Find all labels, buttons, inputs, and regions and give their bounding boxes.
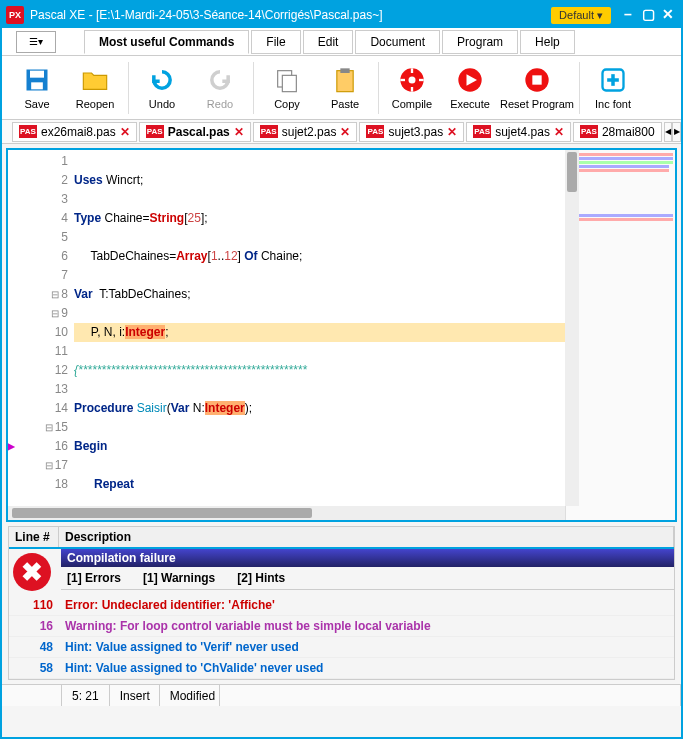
file-tab[interactable]: PASsujet4.pas✕ xyxy=(466,122,571,142)
close-button[interactable]: ✕ xyxy=(659,6,677,24)
pascal-file-icon: PAS xyxy=(19,125,37,138)
status-modified: Modified xyxy=(160,685,220,706)
paste-icon xyxy=(331,66,359,94)
folder-icon xyxy=(81,66,109,94)
editor-vscrollbar[interactable] xyxy=(565,150,579,506)
ribbon-tab-document[interactable]: Document xyxy=(355,30,440,54)
error-row[interactable]: 48Hint: Value assigned to 'Verif' never … xyxy=(9,637,674,658)
copy-button[interactable]: Copy xyxy=(258,66,316,110)
error-summary: [1] Errors[1] Warnings[2] Hints xyxy=(61,567,674,590)
file-tab[interactable]: PASPascal.pas✕ xyxy=(139,122,251,142)
undo-button[interactable]: Undo xyxy=(133,66,191,110)
app-menu-button[interactable]: ☰▾ xyxy=(16,31,56,53)
pascal-file-icon: PAS xyxy=(580,125,598,138)
error-row[interactable]: 58Hint: Value assigned to 'ChValide' nev… xyxy=(9,658,674,679)
status-cursor-pos: 5: 21 xyxy=(62,685,110,706)
close-tab-icon[interactable]: ✕ xyxy=(554,125,564,139)
reset-button[interactable]: Reset Program xyxy=(499,66,575,110)
editor-hscrollbar[interactable] xyxy=(8,506,565,520)
floppy-icon xyxy=(23,66,51,94)
svg-rect-2 xyxy=(31,82,43,89)
code-text[interactable]: Uses Wincrt; Type Chaine=String[25]; Tab… xyxy=(74,150,565,520)
compilation-failure-banner: Compilation failure xyxy=(61,549,674,567)
error-row[interactable]: 110Error: Undeclared identifier: 'Affich… xyxy=(9,595,674,616)
window-title: Pascal XE - [E:\1-Mardi-24-05\3-Séance-1… xyxy=(30,8,551,22)
minimize-button[interactable]: – xyxy=(619,6,637,24)
svg-rect-6 xyxy=(340,68,349,73)
execute-button[interactable]: Execute xyxy=(441,66,499,110)
pascal-file-icon: PAS xyxy=(366,125,384,138)
gear-icon xyxy=(398,66,426,94)
file-tab[interactable]: PAS28mai800 xyxy=(573,122,662,142)
compile-button[interactable]: Compile xyxy=(383,66,441,110)
ribbon-tab-file[interactable]: File xyxy=(251,30,300,54)
play-icon xyxy=(456,66,484,94)
error-row[interactable]: 16Warning: For loop control variable mus… xyxy=(9,616,674,637)
stop-icon xyxy=(523,66,551,94)
save-button[interactable]: Save xyxy=(8,66,66,110)
theme-selector[interactable]: Default ▾ xyxy=(551,7,611,24)
redo-button[interactable]: Redo xyxy=(191,66,249,110)
svg-rect-5 xyxy=(337,70,353,91)
maximize-button[interactable]: ▢ xyxy=(639,6,657,24)
ribbon-tab-edit[interactable]: Edit xyxy=(303,30,354,54)
tab-scroll-right[interactable]: ▶ xyxy=(672,122,681,142)
tab-scroll-left[interactable]: ◀ xyxy=(664,122,673,142)
plus-icon xyxy=(599,66,627,94)
svg-point-8 xyxy=(409,76,416,83)
close-tab-icon[interactable]: ✕ xyxy=(234,125,244,139)
pascal-file-icon: PAS xyxy=(146,125,164,138)
file-tab[interactable]: PASsujet2.pas✕ xyxy=(253,122,358,142)
pascal-file-icon: PAS xyxy=(260,125,278,138)
copy-icon xyxy=(273,66,301,94)
undo-icon xyxy=(148,66,176,94)
ribbon-tab-program[interactable]: Program xyxy=(442,30,518,54)
svg-rect-4 xyxy=(282,75,296,91)
minimap[interactable] xyxy=(565,150,675,520)
close-tab-icon[interactable]: ✕ xyxy=(447,125,457,139)
file-tab-bar: PASex26mai8.pas✕ PASPascal.pas✕ PASsujet… xyxy=(2,120,681,144)
errors-col-line: Line # xyxy=(9,527,59,547)
redo-icon xyxy=(206,66,234,94)
paste-button[interactable]: Paste xyxy=(316,66,374,110)
ribbon-tab-commands[interactable]: Most useful Commands xyxy=(84,30,249,54)
status-bar: 5: 21 Insert Modified xyxy=(2,684,681,706)
file-tab[interactable]: PASsujet3.pas✕ xyxy=(359,122,464,142)
pascal-file-icon: PAS xyxy=(473,125,491,138)
status-insert-mode: Insert xyxy=(110,685,160,706)
app-icon: PX xyxy=(6,6,24,24)
reopen-button[interactable]: Reopen xyxy=(66,66,124,110)
close-tab-icon[interactable]: ✕ xyxy=(120,125,130,139)
error-icon: ✖ xyxy=(13,553,51,591)
ribbon-tab-help[interactable]: Help xyxy=(520,30,575,54)
code-editor[interactable]: 1234567⊟8⊟91011121314⊟15▶16⊟1718 Uses Wi… xyxy=(6,148,677,522)
svg-rect-15 xyxy=(532,75,541,84)
incfont-button[interactable]: Inc font xyxy=(584,66,642,110)
close-tab-icon[interactable]: ✕ xyxy=(340,125,350,139)
file-tab[interactable]: PASex26mai8.pas✕ xyxy=(12,122,137,142)
error-panel: Line # Description ✖ Compilation failure… xyxy=(8,526,675,680)
errors-col-desc: Description xyxy=(59,527,674,547)
svg-rect-1 xyxy=(30,70,44,77)
line-number-gutter: 1234567⊟8⊟91011121314⊟15▶16⊟1718 xyxy=(8,150,74,520)
